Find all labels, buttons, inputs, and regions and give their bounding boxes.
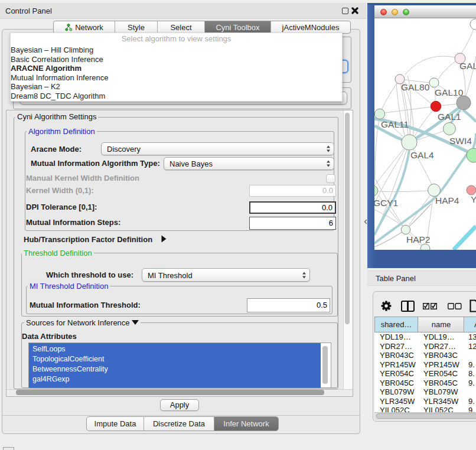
svg-text:GAL1: GAL1 xyxy=(438,112,461,122)
svg-text:GAL10: GAL10 xyxy=(435,87,464,97)
svg-text:SWI4: SWI4 xyxy=(449,136,472,146)
svg-text:GCY1: GCY1 xyxy=(374,198,398,208)
svg-text:GAL11: GAL11 xyxy=(381,119,409,129)
svg-text:GAL7: GAL7 xyxy=(459,61,476,71)
svg-text:HAP4: HAP4 xyxy=(435,195,459,206)
svg-text:GAL80: GAL80 xyxy=(401,82,430,92)
svg-text:Y: Y xyxy=(471,194,476,204)
svg-text:HAP2: HAP2 xyxy=(406,234,431,244)
svg-text:GAL4: GAL4 xyxy=(410,150,434,160)
